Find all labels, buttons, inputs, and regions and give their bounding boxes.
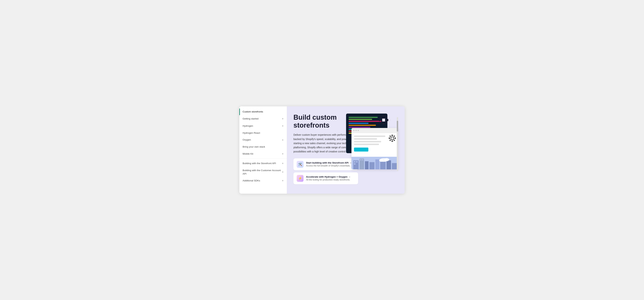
svg-rect-26 xyxy=(360,159,361,160)
sidebar-item-label: Hydrogen React xyxy=(242,131,260,135)
gear-icon-top xyxy=(379,115,388,125)
sidebar-item-label: Custom storefronts xyxy=(242,110,263,113)
scrollbar[interactable] xyxy=(397,117,398,171)
svg-rect-30 xyxy=(375,160,379,169)
hero-illustration xyxy=(372,113,398,171)
cta-card-hydrogen-oxygen[interactable]: ⚡Accelerate with Hydrogen + Oxygen →All … xyxy=(294,172,358,184)
sidebar-item-getting-started[interactable]: Getting started+ xyxy=(239,115,287,122)
svg-rect-19 xyxy=(391,137,393,139)
sidebar-item-building-customer-account[interactable]: Building with the Customer Account API+ xyxy=(239,167,287,177)
svg-rect-29 xyxy=(370,162,374,169)
expand-icon[interactable]: + xyxy=(282,152,284,156)
cta-card-text: Accelerate with Hydrogen + Oxygen →All t… xyxy=(306,176,350,181)
svg-rect-3 xyxy=(387,119,388,121)
svg-rect-9 xyxy=(382,119,385,121)
expand-icon[interactable]: + xyxy=(282,117,284,121)
cta-card-subtitle: All the tooling for production-ready sto… xyxy=(306,179,350,181)
svg-rect-5 xyxy=(386,116,387,118)
svg-rect-1 xyxy=(382,123,385,125)
cta-card-icon: 🛠️ xyxy=(297,161,304,168)
sidebar-item-building-storefront-api[interactable]: Building with the Storefront API+ xyxy=(239,160,287,167)
svg-rect-2 xyxy=(379,119,380,121)
sidebar-item-additional-sdks[interactable]: Additional SDKs+ xyxy=(239,177,287,184)
sidebar-item-oxygen[interactable]: Oxygen+ xyxy=(239,136,287,143)
svg-rect-24 xyxy=(354,163,356,165)
svg-point-35 xyxy=(384,158,389,161)
main-content: Build custom storefronts Deliver custom … xyxy=(287,106,405,194)
svg-rect-15 xyxy=(394,135,395,136)
scrollbar-thumb[interactable] xyxy=(397,121,398,131)
svg-rect-6 xyxy=(380,122,382,124)
city-illustration xyxy=(352,157,398,169)
sidebar-divider xyxy=(239,159,287,159)
sidebar-item-mobile-kit[interactable]: Mobile Kit+ xyxy=(239,150,287,158)
svg-rect-22 xyxy=(354,161,356,163)
code-line xyxy=(348,119,372,120)
expand-icon[interactable]: + xyxy=(282,162,284,165)
sidebar-item-bring-your-own-stack[interactable]: Bring your own stack xyxy=(239,143,287,150)
sidebar-item-label: Building with the Customer Account API xyxy=(242,169,282,176)
code-line xyxy=(348,125,376,126)
code-line xyxy=(348,123,368,124)
svg-rect-10 xyxy=(392,135,393,136)
sidebar-item-label: Oxygen xyxy=(242,138,251,142)
sidebar-item-hydrogen-react[interactable]: Hydrogen React xyxy=(239,130,287,136)
sidebar-item-label: Bring your own stack xyxy=(242,145,265,149)
svg-rect-27 xyxy=(362,159,363,160)
cta-card-title: Start building with the Storefront API → xyxy=(306,162,352,164)
svg-rect-32 xyxy=(386,160,391,169)
svg-point-36 xyxy=(379,159,384,162)
svg-rect-0 xyxy=(382,115,385,117)
sidebar-item-custom-storefronts[interactable]: Custom storefronts xyxy=(239,108,287,115)
expand-icon[interactable]: + xyxy=(282,138,284,142)
svg-rect-4 xyxy=(380,116,382,118)
svg-rect-14 xyxy=(390,135,391,136)
code-line xyxy=(348,117,378,118)
cta-card-title: Accelerate with Hydrogen + Oxygen → xyxy=(306,176,350,178)
code-line xyxy=(348,121,381,122)
svg-rect-16 xyxy=(390,140,391,141)
browser-illustration xyxy=(352,128,398,169)
code-line xyxy=(348,127,370,128)
sidebar-item-label: Getting started xyxy=(242,117,258,120)
sidebar-item-label: Building with the Storefront API xyxy=(242,162,276,165)
expand-icon[interactable]: + xyxy=(282,179,284,183)
expand-icon[interactable]: + xyxy=(282,170,284,174)
svg-rect-31 xyxy=(380,162,386,169)
gear-icon-browser xyxy=(389,135,396,142)
svg-rect-28 xyxy=(365,161,368,169)
browser-cta-button xyxy=(354,147,368,152)
sidebar-item-label: Additional SDKs xyxy=(242,179,260,183)
svg-rect-17 xyxy=(394,140,395,141)
sidebar-item-label: Mobile Kit xyxy=(242,152,253,156)
app-container: Custom storefrontsGetting started+Hydrog… xyxy=(239,106,405,194)
cta-card-icon: ⚡ xyxy=(297,175,304,182)
svg-rect-23 xyxy=(356,161,358,163)
svg-rect-11 xyxy=(392,140,393,142)
sidebar: Custom storefrontsGetting started+Hydrog… xyxy=(239,106,287,194)
sidebar-item-hydrogen[interactable]: Hydrogen+ xyxy=(239,122,287,129)
cta-card-subtitle: Access the full breadth of Shopify's ess… xyxy=(306,165,352,167)
svg-rect-13 xyxy=(394,137,396,139)
cta-card-text: Start building with the Storefront API →… xyxy=(306,162,352,167)
svg-rect-25 xyxy=(360,159,364,169)
sidebar-item-label: Hydrogen xyxy=(242,124,253,128)
svg-rect-7 xyxy=(386,122,387,124)
expand-icon[interactable]: + xyxy=(282,124,284,128)
cta-card-storefront-api[interactable]: 🛠️Start building with the Storefront API… xyxy=(294,158,358,170)
svg-rect-12 xyxy=(389,137,390,139)
